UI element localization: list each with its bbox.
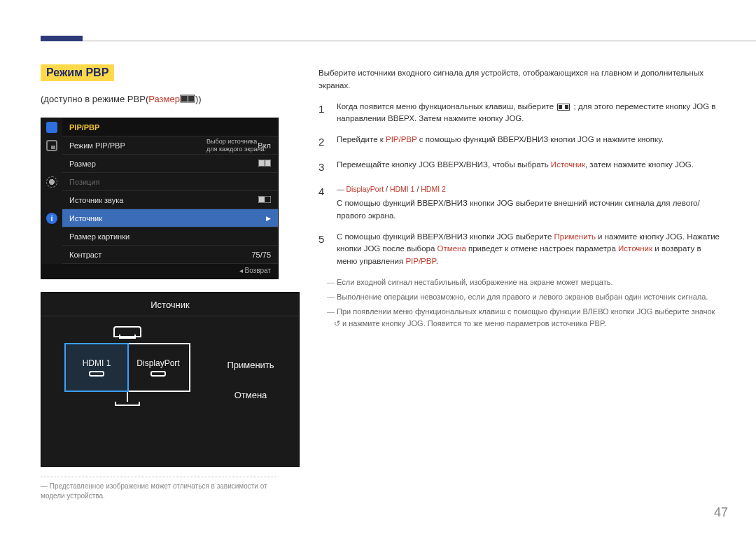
split-icon [258,160,271,168]
monitor-icon [46,122,57,133]
step-1: 1Когда появится меню функциональных клав… [318,101,721,126]
step-text: Перемещайте кнопку JOG ВВЕРХ/ВНИЗ, чтобы… [337,159,721,175]
step-number: 4 [318,183,328,223]
image-disclaimer: Представленное изображение может отличат… [41,477,279,501]
step-3: 3Перемещайте кнопку JOG ВВЕРХ/ВНИЗ, чтоб… [318,159,721,175]
step-number: 2 [318,134,328,150]
brightness-icon [46,176,57,188]
osd-row-source: Источник ▶ [62,209,278,227]
note-3: При появлении меню функциональных клавиш… [327,306,721,330]
osd-label: Размер [69,160,96,168]
intro-text: Выберите источники входного сигнала для … [318,67,721,92]
osd-help-text: Выбор источника для каждого экрана. [206,136,268,153]
step-text: ― DisplayPort / HDMI 1 / HDMI 2С помощью… [337,183,721,223]
step-number: 1 [318,101,328,126]
pbp-size-icon [180,94,195,105]
osd-back-label: ◂ Возврат [239,267,271,274]
monitor-base-icon [115,402,140,406]
page-number: 47 [714,505,728,520]
section-heading: Режим PBP [41,64,114,81]
osd-row-position: Позиция [62,173,278,191]
pane-left: HDMI 1 [64,343,129,392]
section-subheading: (доступно в режиме PBP(Размер)) [41,94,300,105]
pane-right: DisplayPort [127,344,189,391]
osd-label: Источник [69,214,102,223]
notes-block: Если входной сигнал нестабильный, изобра… [318,276,721,330]
sub-prefix: (доступно в режиме PBP( [41,94,148,104]
step-text: Перейдите к PIP/PBP с помощью функций ВВ… [337,134,721,150]
sub-suffix: )) [195,94,202,104]
apply-label: Применить [227,360,274,370]
svg-rect-2 [188,96,194,101]
osd-value: 75/75 [251,251,271,259]
monitor-stand-icon [127,392,128,402]
step-2: 2Перейдите к PIP/PBP с помощью функций В… [318,134,721,150]
osd2-monitor-graphic: HDMI 1 DisplayPort [51,326,204,406]
step-5: 5С помощью функций ВВЕРХ/ВНИЗ кнопки JOG… [318,231,721,268]
osd-label: Размер картинки [69,232,130,241]
step-number: 3 [318,159,328,175]
osd-row-sound: Источник звука [62,191,278,209]
svg-rect-5 [265,160,270,166]
step-text: С помощью функций ВВЕРХ/ВНИЗ кнопки JOG … [337,231,721,268]
note-2: Выполнение операции невозможно, если для… [327,291,721,303]
step-4: 4― DisplayPort / HDMI 1 / HDMI 2С помощь… [318,183,721,223]
top-accent-chip [41,36,83,41]
step-text: Когда появится меню функциональных клави… [337,101,721,126]
step-number: 5 [318,231,328,268]
pane-right-label: DisplayPort [136,358,179,368]
menu-split-icon [557,104,570,111]
split-icon [258,196,271,204]
osd2-title: Источник [41,293,299,316]
hdmi-connector-icon [89,371,104,377]
cancel-label: Отмена [234,390,267,400]
chevron-right-icon: ▶ [266,215,271,222]
note-1: Если входной сигнал нестабильный, изобра… [327,276,721,288]
osd-row-contrast: Контраст 75/75 [62,246,278,264]
osd-source-screenshot: Источник HDMI 1 DisplayPort [41,292,300,467]
dp-connector-icon [150,371,166,377]
info-icon: i [46,213,57,224]
page-top-rule [41,41,756,46]
pip-icon [46,140,57,151]
svg-rect-4 [259,160,265,166]
right-column: Выберите источники входного сигнала для … [318,67,721,332]
svg-rect-1 [181,96,188,101]
osd-label: Контраст [69,251,102,259]
osd-label: Источник звука [69,196,123,204]
sub-red: Размер [148,94,180,104]
osd-menu-screenshot: PIP/PBP Выбор источника для каждого экра… [41,118,279,279]
osd-tab-title: PIP/PBP [62,118,278,136]
svg-rect-7 [259,197,265,202]
left-column: Режим PBP (доступно в режиме PBP(Размер)… [41,64,300,501]
osd-row-size: Размер [62,155,278,173]
osd-label: Позиция [69,178,100,186]
pane-left-label: HDMI 1 [83,358,111,368]
osd-footer: ◂ Возврат [41,264,278,279]
osd-row-picsize: Размер картинки [62,227,278,246]
hdmi-port-icon [113,326,141,337]
osd-label: Режим PIP/PBP [69,141,125,150]
